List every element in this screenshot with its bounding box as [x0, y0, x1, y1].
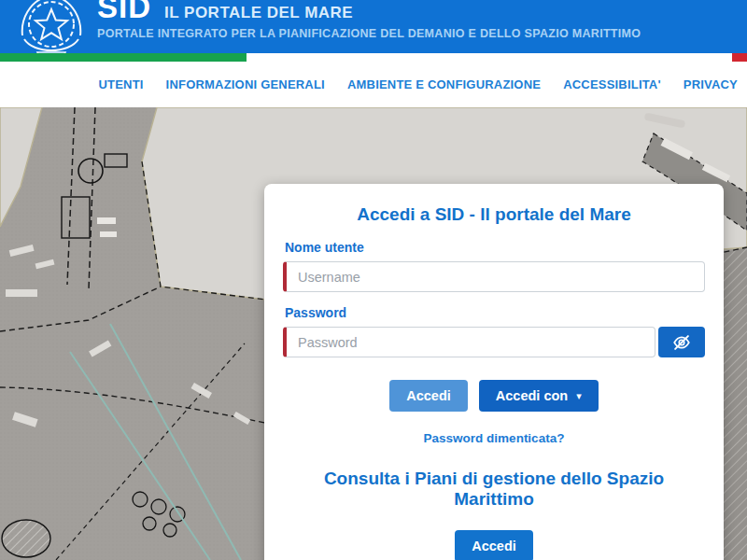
app-subtitle: IL PORTALE DEL MARE [164, 4, 353, 22]
flag-green-segment [0, 53, 247, 62]
app-name: SID [97, 0, 151, 22]
toggle-password-visibility-button[interactable] [658, 327, 705, 357]
username-label: Nome utente [285, 240, 705, 255]
login-button[interactable]: Accedi [389, 380, 468, 412]
username-input-group [283, 261, 705, 292]
nav-item-accessibilita[interactable]: ACCESSIBILITA' [563, 77, 661, 91]
login-card-title: Accedi a SID - Il portale del Mare [283, 204, 705, 225]
eye-slash-icon [671, 332, 692, 353]
nav-item-privacy[interactable]: PRIVACY [684, 77, 738, 91]
username-input[interactable] [283, 261, 705, 292]
login-buttons-row: Accedi Accedi con ▾ [283, 380, 705, 412]
password-input[interactable] [283, 327, 655, 357]
italian-republic-emblem-icon [11, 0, 92, 53]
brand-block: SID IL PORTALE DEL MARE PORTALE INTEGRAT… [97, 0, 641, 40]
plans-heading: Consulta i Piani di gestione dello Spazi… [283, 469, 705, 510]
password-label: Password [285, 305, 705, 320]
caret-down-icon: ▾ [576, 391, 582, 401]
forgot-password-link[interactable]: Password dimenticata? [283, 431, 705, 445]
italian-flag-stripe [0, 53, 747, 62]
flag-red-segment [732, 53, 747, 62]
flag-white-segment [247, 53, 732, 62]
plans-button-row: Accedi [283, 530, 705, 560]
plans-access-button[interactable]: Accedi [455, 530, 533, 560]
login-with-dropdown-button[interactable]: Accedi con ▾ [479, 380, 599, 412]
main-nav: UTENTI INFORMAZIONI GENERALI AMBIENTE E … [0, 62, 747, 107]
nav-item-ambiente-e-configurazione[interactable]: AMBIENTE E CONFIGURAZIONE [347, 77, 541, 91]
nav-item-utenti[interactable]: UTENTI [98, 77, 143, 91]
app-header: SID IL PORTALE DEL MARE PORTALE INTEGRAT… [0, 0, 747, 53]
nav-item-informazioni-generali[interactable]: INFORMAZIONI GENERALI [166, 77, 325, 91]
login-card: Accedi a SID - Il portale del Mare Nome … [264, 184, 724, 560]
app-tagline: PORTALE INTEGRATO PER LA PIANIFICAZIONE … [97, 27, 641, 40]
login-with-label: Accedi con [496, 388, 568, 403]
password-input-group [283, 327, 705, 357]
